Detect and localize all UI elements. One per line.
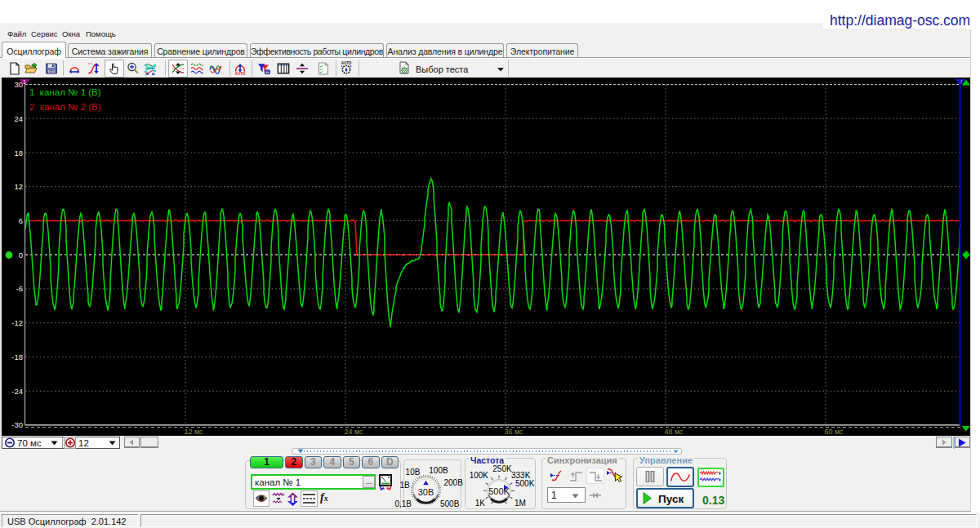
svg-text:1 канал № 1 (В): 1 канал № 1 (В) — [29, 87, 101, 97]
svg-text:-12: -12 — [11, 318, 23, 327]
svg-text:2 канал № 2 (В): 2 канал № 2 (В) — [29, 102, 101, 112]
svg-text:60 мс: 60 мс — [824, 428, 844, 436]
svg-text:-24: -24 — [11, 387, 23, 396]
svg-text:500K: 500K — [488, 486, 510, 496]
svg-text:0: 0 — [19, 251, 23, 260]
svg-text:12 мс: 12 мс — [184, 428, 203, 436]
svg-text:30В: 30В — [418, 487, 434, 497]
svg-text:12: 12 — [14, 182, 23, 191]
svg-text:-6: -6 — [16, 284, 23, 293]
svg-text:24: 24 — [14, 114, 23, 123]
svg-text:6: 6 — [19, 216, 23, 225]
svg-text:24 мс: 24 мс — [344, 428, 363, 436]
svg-text:48 мс: 48 мс — [664, 428, 684, 436]
svg-text:1: 1 — [23, 79, 26, 85]
svg-text:-30: -30 — [11, 420, 23, 429]
svg-text:AUTO: AUTO — [341, 61, 352, 65]
svg-text:36 мс: 36 мс — [504, 428, 523, 436]
svg-text:18: 18 — [14, 149, 23, 158]
svg-text:AUTO: AUTO — [235, 72, 246, 76]
svg-text:-18: -18 — [11, 353, 23, 362]
svg-text:os: os — [266, 71, 270, 74]
svg-text:30: 30 — [14, 80, 23, 89]
